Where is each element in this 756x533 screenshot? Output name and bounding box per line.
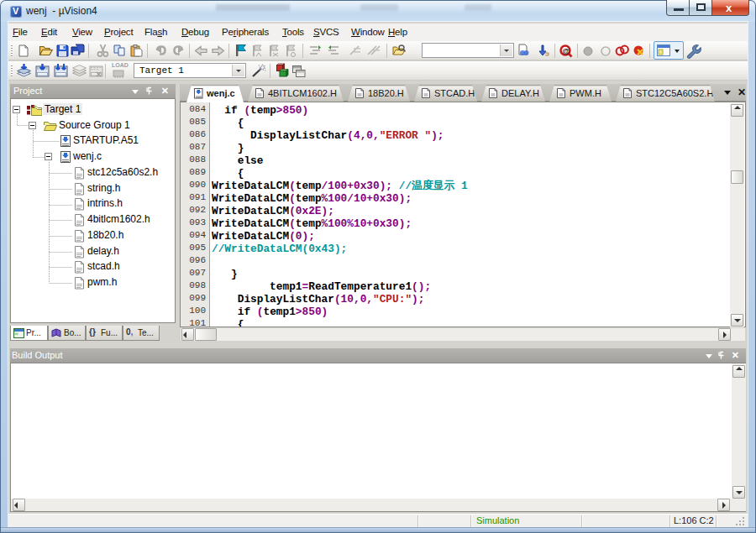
svg-text:@: @ bbox=[563, 47, 570, 55]
